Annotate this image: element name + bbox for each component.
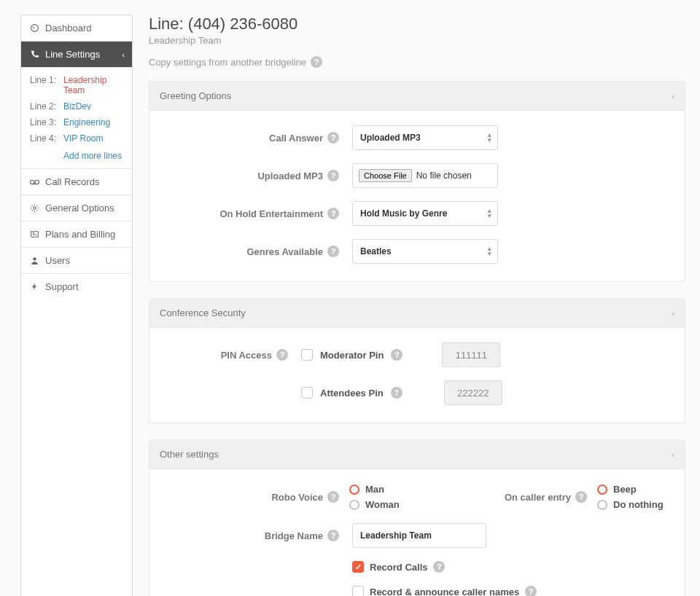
sidebar-item-plans-billing[interactable]: Plans and Billing [21, 221, 132, 248]
copy-settings-row: Copy settings from another bridgeline ? [149, 56, 685, 68]
help-icon[interactable]: ? [327, 208, 339, 219]
select-value: Beatles [360, 246, 392, 256]
sidebar-label: General Options [45, 203, 114, 213]
sidebar-item-call-records[interactable]: Call Records [21, 169, 132, 195]
radio-label: Woman [365, 499, 400, 510]
sidebar-label: Plans and Billing [45, 229, 115, 240]
sidebar-item-support[interactable]: Support [21, 274, 132, 299]
genres-select[interactable]: Beatles ▴▾ [352, 239, 498, 264]
svg-point-1 [31, 180, 34, 184]
bolt-icon [30, 282, 39, 291]
main-content: Line: (404) 236-6080 Leadership Team Cop… [149, 15, 685, 596]
select-arrows-icon: ▴▾ [488, 208, 491, 219]
help-icon[interactable]: ? [276, 349, 288, 361]
sidebar-item-general-options[interactable]: General Options [21, 195, 132, 221]
page-subtitle: Leadership Team [149, 35, 685, 46]
beep-radio[interactable] [597, 485, 607, 495]
add-more-lines: Add more lines [21, 146, 132, 164]
sidebar-item-line-settings[interactable]: Line Settings ‹ [21, 42, 132, 68]
robo-voice-label: Robo Voice [271, 492, 323, 503]
billing-icon [30, 230, 39, 239]
help-icon[interactable]: ? [311, 56, 322, 68]
panel-title: Greeting Options [160, 90, 231, 101]
moderator-pin-checkbox[interactable] [301, 349, 313, 361]
phone-icon [30, 50, 39, 59]
radio-label: Beep [613, 484, 637, 495]
line-row[interactable]: Line 2: BizDev [21, 98, 132, 114]
line-name[interactable]: VIP Room [63, 133, 103, 144]
record-calls-checkbox[interactable] [352, 561, 364, 573]
help-icon[interactable]: ? [327, 491, 339, 503]
robo-man-radio[interactable] [349, 485, 359, 495]
greeting-panel-header[interactable]: Greeting Options ‹ [149, 82, 685, 111]
line-row[interactable]: Line 3: Engineering [21, 114, 132, 130]
line-index: Line 2: [30, 101, 59, 111]
sidebar-item-users[interactable]: Users [21, 248, 132, 274]
attendees-pin-checkbox[interactable] [301, 387, 313, 399]
attendees-pin-label: Attendees Pin [320, 388, 384, 399]
greeting-panel: Greeting Options ‹ Call Answer ? Uploade… [149, 81, 685, 282]
line-settings-submenu: Line 1: Leadership Team Line 2: BizDev L… [21, 68, 132, 169]
help-icon[interactable]: ? [327, 132, 339, 144]
help-icon[interactable]: ? [327, 530, 339, 541]
caller-entry-label: On caller entry [505, 492, 571, 503]
help-icon[interactable]: ? [391, 387, 402, 399]
do-nothing-radio[interactable] [597, 500, 607, 510]
select-value: Hold Music by Genre [360, 208, 447, 219]
robo-woman-radio[interactable] [349, 500, 359, 510]
bridge-name-input[interactable] [352, 523, 486, 548]
help-icon[interactable]: ? [575, 491, 587, 503]
chevron-left-icon: ‹ [672, 450, 674, 459]
chevron-left-icon: ‹ [672, 309, 674, 318]
pin-access-label: PIN Access [221, 350, 272, 361]
line-index: Line 1: [30, 75, 59, 95]
add-more-lines-link[interactable]: Add more lines [63, 151, 122, 161]
announce-caller-checkbox[interactable] [352, 586, 364, 596]
user-icon [30, 256, 39, 265]
security-panel: Conference Security ‹ PIN Access ? Moder… [149, 298, 685, 423]
sidebar-label: Support [45, 281, 79, 292]
bridge-name-label: Bridge Name [265, 530, 323, 541]
help-icon[interactable]: ? [327, 170, 339, 181]
tape-icon [30, 179, 39, 186]
page-title: Line: (404) 236-6080 [149, 15, 685, 34]
sidebar-label: Call Records [45, 176, 99, 187]
copy-settings-label[interactable]: Copy settings from another bridgeline [149, 57, 306, 68]
checkbox-label: Record Calls [370, 562, 427, 573]
panel-title: Other settings [160, 449, 219, 460]
line-name[interactable]: Engineering [63, 117, 110, 128]
line-name[interactable]: Leadership Team [63, 75, 123, 95]
panel-title: Conference Security [160, 307, 246, 318]
choose-file-button[interactable]: Choose File [359, 169, 412, 182]
dashboard-icon [30, 23, 39, 33]
help-icon[interactable]: ? [525, 586, 537, 596]
line-row[interactable]: Line 1: Leadership Team [21, 72, 132, 98]
radio-label: Man [365, 484, 384, 495]
line-row[interactable]: Line 4: VIP Room [21, 130, 132, 146]
security-panel-header[interactable]: Conference Security ‹ [149, 299, 685, 328]
help-icon[interactable]: ? [391, 349, 402, 361]
call-answer-select[interactable]: Uploaded MP3 ▴▾ [352, 125, 498, 150]
sidebar-label: Dashboard [45, 23, 92, 34]
select-value: Uploaded MP3 [360, 133, 421, 143]
svg-point-3 [34, 207, 36, 209]
uploaded-mp3-label: Uploaded MP3 [257, 170, 323, 181]
attendees-pin-input[interactable] [444, 380, 502, 405]
svg-point-5 [33, 257, 36, 260]
other-panel-header[interactable]: Other settings ‹ [149, 440, 685, 469]
select-arrows-icon: ▴▾ [488, 133, 491, 143]
file-upload-box: Choose File No file chosen [352, 163, 498, 188]
moderator-pin-input[interactable] [442, 342, 500, 367]
select-arrows-icon: ▴▾ [488, 246, 491, 256]
on-hold-select[interactable]: Hold Music by Genre ▴▾ [352, 201, 498, 226]
chevron-left-icon: ‹ [672, 92, 674, 101]
help-icon[interactable]: ? [433, 561, 445, 573]
gear-icon [30, 203, 39, 213]
radio-label: Do nothing [613, 499, 664, 510]
sidebar-label: Line Settings [45, 49, 100, 60]
checkbox-label: Record & announce caller names [370, 587, 519, 597]
file-status: No file chosen [416, 170, 472, 181]
line-name[interactable]: BizDev [63, 101, 91, 111]
help-icon[interactable]: ? [327, 246, 339, 257]
sidebar-item-dashboard[interactable]: Dashboard [21, 15, 132, 42]
